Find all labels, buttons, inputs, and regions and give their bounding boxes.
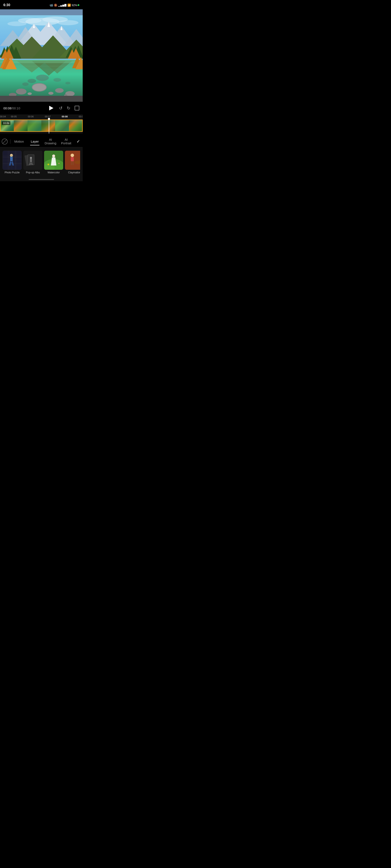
effect-thumb-svg-claymation xyxy=(65,151,80,170)
timeline-border-bottom xyxy=(0,131,83,132)
svg-point-70 xyxy=(30,157,32,159)
effects-grid: Photo Puzzle Pop-up Albu xyxy=(3,151,80,174)
effect-popup-album[interactable]: Pop-up Albu xyxy=(23,151,42,174)
svg-point-54 xyxy=(54,78,61,82)
svg-marker-61 xyxy=(11,161,14,165)
tab-nav: Motion Layer AI Drawing AI Portrait ✓ xyxy=(0,133,83,147)
svg-point-40 xyxy=(16,89,27,94)
svg-point-52 xyxy=(36,74,49,81)
svg-marker-60 xyxy=(9,161,11,165)
svg-point-44 xyxy=(28,92,32,95)
timeline-frame-2 xyxy=(14,120,28,131)
svg-rect-84 xyxy=(71,161,72,165)
svg-rect-58 xyxy=(10,154,13,157)
svg-point-79 xyxy=(48,164,49,165)
tab-ai-drawing[interactable]: AI Drawing xyxy=(42,136,58,147)
effect-thumb-svg-photo-puzzle xyxy=(3,151,22,170)
svg-rect-59 xyxy=(10,157,13,161)
svg-point-82 xyxy=(70,154,74,157)
frame-img-3 xyxy=(28,120,41,131)
video-footer-bar xyxy=(0,96,83,102)
timeline-frame-1: 10.0s xyxy=(0,120,14,131)
timeline-frame-4 xyxy=(41,120,55,131)
effect-watercolor[interactable]: Watercolor xyxy=(44,151,63,174)
timeline-ruler: 00:04 00:05 00:06 00:07 00:08 00:09 xyxy=(0,115,83,119)
effect-thumb-claymation xyxy=(65,151,80,170)
battery-level: 92% xyxy=(72,4,77,7)
frame-img-4 xyxy=(41,120,55,131)
total-time: 00:10 xyxy=(12,106,20,110)
wifi-icon: 📶 xyxy=(67,4,71,7)
frame-img-2 xyxy=(14,120,28,131)
effect-thumb-watercolor xyxy=(44,151,63,170)
timeline-border-top xyxy=(0,120,83,120)
effect-photo-puzzle[interactable]: Photo Puzzle xyxy=(3,151,22,174)
ruler-row: 00:04 00:05 00:06 00:07 00:08 00:09 xyxy=(0,115,83,118)
ruler-mark-09: 00:09 xyxy=(73,115,83,118)
svg-point-55 xyxy=(22,83,29,86)
tab-ai-portrait[interactable]: AI Portrait xyxy=(58,136,74,147)
svg-rect-85 xyxy=(72,161,74,165)
effect-label-claymation: Claymation xyxy=(68,171,80,174)
video-preview-container xyxy=(0,9,83,102)
home-indicator xyxy=(0,177,83,181)
status-time: 6:30 xyxy=(3,3,10,7)
timeline-border-right xyxy=(82,120,83,132)
signal-bars: ▁▃▅▇ xyxy=(58,4,67,6)
camera-icon: 📹 xyxy=(50,3,53,7)
no-symbol-icon[interactable] xyxy=(2,138,8,145)
svg-point-41 xyxy=(55,88,64,93)
ruler-mark-07: 00:07 xyxy=(39,115,56,118)
check-icon: ✓ xyxy=(77,139,80,144)
effect-thumb-photo-puzzle xyxy=(3,151,22,170)
svg-point-5 xyxy=(7,22,27,26)
timeline-border-left xyxy=(0,120,1,132)
video-header-bar xyxy=(0,9,83,15)
home-bar xyxy=(29,179,54,180)
playhead[interactable] xyxy=(49,119,49,133)
status-bar: 6:30 📹 🔕 ▁▃▅▇ 📶 92% xyxy=(0,0,83,9)
effect-thumb-svg-watercolor xyxy=(44,151,63,170)
play-button[interactable] xyxy=(47,104,55,112)
tab-divider-1 xyxy=(10,140,10,144)
control-buttons: ↺ ↻ xyxy=(47,104,79,112)
effects-grid-container: Photo Puzzle Pop-up Albu xyxy=(0,147,83,177)
timeline-frame-5 xyxy=(55,120,69,131)
video-canvas[interactable] xyxy=(0,15,83,96)
frame-img-6 xyxy=(69,120,83,131)
tab-motion[interactable]: Motion xyxy=(11,138,27,145)
svg-rect-83 xyxy=(71,157,74,161)
mute-icon: 🔕 xyxy=(54,4,57,7)
frame-img-5 xyxy=(55,120,69,131)
svg-point-53 xyxy=(28,79,36,83)
current-time: 00:08 xyxy=(3,106,11,110)
ruler-mark-06: 00:06 xyxy=(22,115,39,118)
time-display: 00:08/00:10 xyxy=(3,106,20,110)
ruler-mark-04: 00:04 xyxy=(0,115,5,118)
svg-rect-57 xyxy=(3,151,22,170)
svg-point-39 xyxy=(32,84,46,91)
undo-button[interactable]: ↺ xyxy=(59,105,63,111)
battery-indicator: 92% xyxy=(72,4,79,7)
confirm-button[interactable]: ✓ xyxy=(74,137,83,146)
timeline-frame-3 xyxy=(28,120,41,131)
effect-thumb-popup-album xyxy=(23,151,42,170)
effect-label-watercolor: Watercolor xyxy=(48,171,60,174)
effect-claymation[interactable]: Claymation xyxy=(65,151,80,174)
svg-point-77 xyxy=(52,154,55,157)
timeline-strip[interactable]: 10.0s xyxy=(0,120,83,132)
redo-button[interactable]: ↻ xyxy=(67,105,70,111)
svg-point-80 xyxy=(58,163,60,164)
timeline-frame-6 xyxy=(69,120,83,131)
timeline-strip-container[interactable]: 10.0s xyxy=(0,119,83,133)
ruler-mark-05: 00:05 xyxy=(5,115,22,118)
play-icon xyxy=(49,106,54,111)
playback-controls: 00:08/00:10 ↺ ↻ xyxy=(0,102,83,115)
effect-label-popup-album: Pop-up Albu xyxy=(26,171,40,174)
effect-thumb-svg-popup xyxy=(23,151,42,170)
svg-rect-71 xyxy=(30,159,32,162)
battery-dot xyxy=(78,4,79,6)
fullscreen-button[interactable] xyxy=(74,106,79,111)
svg-point-56 xyxy=(65,82,70,84)
tab-layer[interactable]: Layer xyxy=(27,138,42,145)
